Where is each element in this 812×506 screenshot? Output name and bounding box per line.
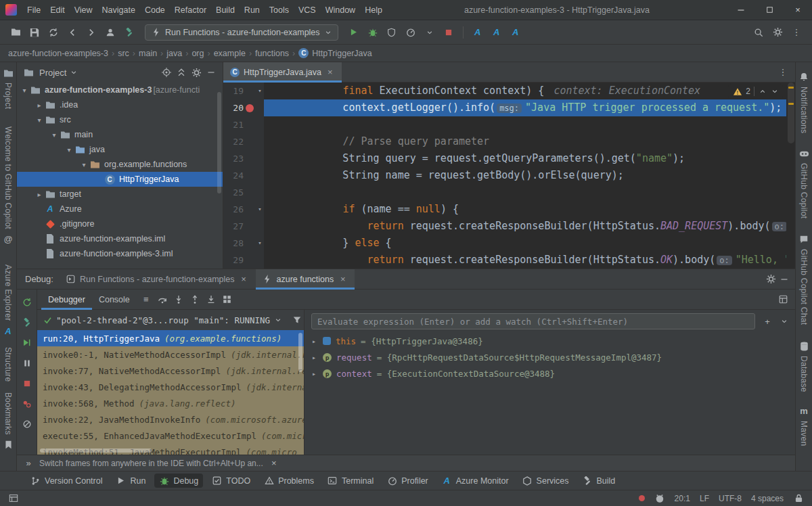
open-project-icon[interactable] (7, 24, 24, 41)
frames-vscrollbar-thumb[interactable] (298, 333, 302, 372)
minimize-button[interactable] (727, 0, 755, 20)
readonly-lock-icon[interactable] (793, 493, 804, 504)
settings-icon[interactable] (769, 24, 786, 41)
azure-action-3-icon[interactable]: A (507, 24, 524, 41)
line-separator[interactable]: LF (700, 494, 709, 503)
collapse-all-icon[interactable] (174, 65, 189, 80)
scrollbar-thumb[interactable] (788, 83, 794, 143)
toolwindow-button-azure-monitor[interactable]: AAzure Monitor (437, 474, 514, 488)
toolwindow-button-build[interactable]: Build (578, 474, 621, 488)
frame-row[interactable]: invoke0:-1, NativeMethodAccessorImpl(jdk… (37, 346, 304, 363)
close-hint-icon[interactable]: × (269, 459, 279, 468)
debug-bug-icon[interactable] (364, 24, 382, 41)
run-config-select[interactable]: Run Functions - azure-function-examples (145, 24, 338, 41)
toolwindow-button-services[interactable]: Services (518, 474, 574, 488)
tree-chevron-icon[interactable]: ▾ (64, 146, 74, 154)
run-icon[interactable] (345, 24, 363, 41)
debug-settings-icon[interactable] (764, 273, 777, 286)
fold-marker-icon[interactable]: ▾ (256, 235, 264, 252)
close-tab-icon[interactable]: × (325, 66, 335, 79)
debug-session-tab[interactable]: Run Functions - azure-function-examples× (59, 269, 256, 290)
debug-hide-icon[interactable] (777, 273, 791, 286)
frame-row[interactable]: run:20, HttpTriggerJava(org.example.func… (37, 330, 304, 346)
search-icon[interactable] (750, 24, 767, 41)
menu-file[interactable]: File (22, 0, 45, 20)
user-icon[interactable] (102, 24, 119, 41)
step-over-icon[interactable] (154, 292, 171, 307)
warning-mark[interactable] (788, 103, 794, 105)
menu-tools[interactable]: Tools (265, 0, 294, 20)
tree-item[interactable]: azure-function-examples-3.iml (17, 246, 223, 261)
forward-icon[interactable] (83, 24, 100, 41)
editor-tab[interactable]: C HttpTriggerJava.java × (223, 62, 342, 83)
project-panel-title[interactable]: Project (39, 68, 66, 78)
toolwindow-button-version-control[interactable]: Version Control (26, 474, 107, 488)
profiler-icon[interactable] (402, 24, 420, 41)
toolwindow-button-profiler[interactable]: Profiler (382, 474, 433, 488)
grid-icon[interactable] (219, 292, 235, 307)
menu-refactor[interactable]: Refactor (170, 0, 211, 20)
menu-navigate[interactable]: Navigate (97, 0, 140, 20)
toolwindow-button-todo[interactable]: TODO (207, 474, 255, 488)
run-to-cursor-icon[interactable] (203, 292, 219, 307)
breadcrumb-item[interactable]: main (139, 49, 157, 58)
menu-window[interactable]: Window (321, 0, 360, 20)
breadcrumb-item[interactable]: src (118, 49, 129, 58)
stripe-copilot-chat[interactable]: GitHub Copilot Chat (798, 234, 809, 325)
menu-help[interactable]: Help (360, 0, 387, 20)
expand-stripe-icon[interactable]: » (24, 459, 33, 468)
tab-console[interactable]: Console (92, 290, 137, 310)
menu-view[interactable]: View (70, 0, 97, 20)
menu-run[interactable]: Run (240, 0, 265, 20)
frame-row[interactable]: execute:55, EnhancedJavaMethodExecutorIm… (37, 428, 304, 444)
github-copilot-status-icon[interactable] (654, 493, 665, 504)
gutter-icon-slot[interactable] (244, 99, 256, 116)
next-problem-icon[interactable] (770, 87, 779, 97)
tree-item[interactable]: ▾azure-function-examples-3 [azure-functi (17, 83, 223, 97)
azure-action-1-icon[interactable]: A (469, 24, 487, 41)
code-editor[interactable]: 19▾20212223242526▾2728▾29 final Executio… (223, 83, 795, 269)
debug-session-tab[interactable]: azure functions× (256, 269, 355, 290)
tree-item[interactable]: .gitignore (17, 216, 223, 231)
tree-item[interactable]: CHttpTriggerJava (17, 172, 223, 187)
chevron-right-icon[interactable]: ▸ (310, 338, 318, 345)
more-icon[interactable]: ⋮ (788, 24, 805, 41)
tab-debugger[interactable]: Debugger (41, 290, 92, 310)
back-icon[interactable] (64, 24, 81, 41)
file-encoding[interactable]: UTF-8 (719, 494, 742, 503)
step-into-icon[interactable] (171, 292, 187, 307)
toolwindows-toggle-icon[interactable] (8, 493, 19, 504)
hamburger-icon[interactable]: ≡ (138, 292, 154, 307)
hide-icon[interactable] (204, 65, 219, 80)
chevron-right-icon[interactable]: ▸ (310, 370, 318, 377)
build-hammer-icon[interactable] (21, 317, 32, 328)
toolwindow-button-terminal[interactable]: Terminal (323, 474, 378, 488)
layout-settings-icon[interactable] (775, 292, 791, 307)
tree-item[interactable]: ▾main (17, 127, 223, 142)
stripe-welcome-copilot[interactable]: Welcome to GitHub Copilot @ (3, 127, 14, 244)
stripe-bookmarks[interactable]: Bookmarks (3, 392, 14, 450)
azure-action-2-icon[interactable]: A (488, 24, 505, 41)
settings-icon[interactable] (189, 65, 204, 80)
tree-item[interactable]: ▾org.example.functions (17, 157, 223, 172)
stripe-notifications[interactable]: Notifications (798, 72, 809, 133)
stop-icon[interactable] (21, 377, 32, 389)
locate-icon[interactable] (159, 65, 174, 80)
inspections-widget[interactable]: 2 (728, 84, 783, 99)
tree-item[interactable]: ▾java (17, 142, 223, 157)
frame-row[interactable]: invoke:77, NativeMethodAccessorImpl(jdk.… (37, 363, 304, 379)
variable-row[interactable]: ▸pcontext = {ExecutionContextDataSource@… (304, 365, 795, 382)
coverage-icon[interactable] (383, 24, 401, 41)
close-icon[interactable]: × (338, 274, 348, 284)
tree-chevron-icon[interactable]: ▾ (35, 116, 44, 124)
filter-frames-icon[interactable] (290, 313, 304, 327)
chevron-down-icon[interactable] (780, 315, 788, 328)
tree-item[interactable]: azure-function-examples.iml (17, 231, 223, 246)
fold-marker-icon[interactable]: ▾ (256, 83, 264, 99)
frame-row[interactable]: invoke:568, Method(java.lang.reflect) (37, 395, 304, 411)
menu-edit[interactable]: Edit (45, 0, 70, 20)
variable-row[interactable]: ▸this = {HttpTriggerJava@3486} (304, 333, 795, 349)
view-breakpoints-icon[interactable] (21, 398, 32, 409)
add-watch-icon[interactable]: + (761, 315, 774, 328)
menu-build[interactable]: Build (211, 0, 240, 20)
